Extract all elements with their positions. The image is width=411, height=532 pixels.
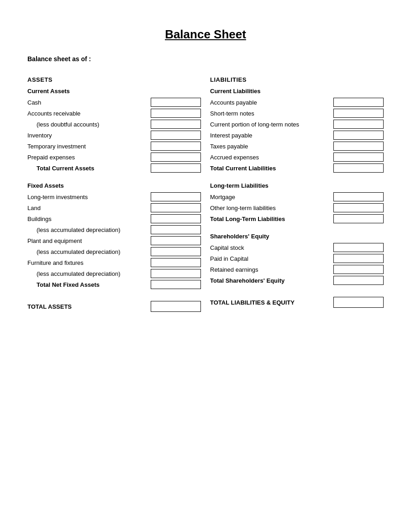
line-prepaid-expenses: Prepaid expenses: [27, 152, 201, 162]
less-doubtful-input[interactable]: [151, 120, 201, 129]
current-portion-longterm-input[interactable]: [333, 120, 384, 129]
line-current-portion-longterm: Current portion of long-term notes: [210, 119, 384, 129]
less-accum-dep-furniture-input[interactable]: [151, 269, 201, 278]
total-assets-row: TOTAL ASSETS: [27, 300, 201, 312]
total-net-fixed-assets-input[interactable]: [151, 280, 201, 289]
line-less-doubtful: (less doubtful accounts): [27, 119, 201, 129]
total-liabilities-equity-row: TOTAL LIABILITIES & EQUITY: [210, 296, 384, 308]
less-accum-dep-plant-label: (less accumulated depreciation): [27, 248, 151, 255]
short-term-notes-input[interactable]: [333, 109, 384, 118]
less-accum-dep-buildings-input[interactable]: [151, 225, 201, 234]
mortgage-input[interactable]: [333, 192, 384, 201]
total-current-assets-label: Total Current Assets: [27, 165, 151, 172]
capital-stock-input[interactable]: [333, 243, 384, 252]
assets-section-header: ASSETS: [27, 76, 201, 83]
line-paid-in-capital: Paid in Capital: [210, 253, 384, 263]
plant-equipment-label: Plant and equipment: [27, 237, 151, 244]
total-net-fixed-assets-label: Total Net Fixed Assets: [27, 281, 151, 288]
retained-earnings-label: Retained earnings: [210, 266, 333, 273]
total-liabilities-equity-label: TOTAL LIABILITIES & EQUITY: [210, 299, 333, 306]
taxes-payable-label: Taxes payable: [210, 143, 333, 150]
other-longterm-label: Other long-term liabilities: [210, 205, 333, 211]
buildings-label: Buildings: [27, 216, 151, 222]
interest-payable-label: Interest payable: [210, 132, 333, 139]
total-longterm-liabilities-label: Total Long-Term Liabilities: [210, 216, 333, 222]
total-assets-label: TOTAL ASSETS: [27, 303, 151, 310]
land-label: Land: [27, 205, 151, 211]
total-longterm-liabilities-input[interactable]: [333, 214, 384, 223]
total-equity-label: Total Shareholders' Equity: [210, 277, 333, 284]
line-retained-earnings: Retained earnings: [210, 264, 384, 274]
interest-payable-input[interactable]: [333, 131, 384, 140]
equity-header: Shareholders' Equity: [210, 233, 384, 240]
total-current-assets-input[interactable]: [151, 163, 201, 173]
total-assets-input[interactable]: [151, 301, 201, 312]
other-longterm-input[interactable]: [333, 203, 384, 212]
cash-label: Cash: [27, 99, 151, 106]
temp-investment-input[interactable]: [151, 142, 201, 151]
total-current-assets-row: Total Current Assets: [27, 163, 201, 173]
assets-column: ASSETS Current Assets Cash Accounts rece…: [27, 76, 206, 312]
line-interest-payable: Interest payable: [210, 130, 384, 140]
buildings-input[interactable]: [151, 214, 201, 223]
accrued-expenses-input[interactable]: [333, 153, 384, 162]
line-land: Land: [27, 203, 201, 213]
cash-input[interactable]: [151, 98, 201, 107]
line-less-accum-dep-furniture: (less accumulated depreciation): [27, 269, 201, 279]
land-input[interactable]: [151, 203, 201, 212]
liabilities-column: LIABILITIES Current Liabilities Accounts…: [206, 76, 384, 312]
line-plant-equipment: Plant and equipment: [27, 236, 201, 246]
line-other-longterm: Other long-term liabilities: [210, 203, 384, 213]
line-furniture-fixtures: Furniture and fixtures: [27, 258, 201, 268]
line-cash: Cash: [27, 97, 201, 107]
paid-in-capital-input[interactable]: [333, 254, 384, 263]
inventory-input[interactable]: [151, 131, 201, 140]
retained-earnings-input[interactable]: [333, 265, 384, 274]
accrued-expenses-label: Accrued expenses: [210, 154, 333, 161]
line-temp-investment: Temporary investment: [27, 141, 201, 151]
less-doubtful-label: (less doubtful accounts): [27, 121, 151, 128]
line-mortgage: Mortgage: [210, 192, 384, 202]
line-less-accum-dep-plant: (less accumulated depreciation): [27, 247, 201, 257]
accounts-receivable-label: Accounts receivable: [27, 110, 151, 117]
total-equity-row: Total Shareholders' Equity: [210, 275, 384, 285]
total-equity-input[interactable]: [333, 276, 384, 285]
long-term-investments-input[interactable]: [151, 192, 201, 201]
furniture-fixtures-label: Furniture and fixtures: [27, 259, 151, 266]
accounts-payable-input[interactable]: [333, 98, 384, 107]
total-current-liabilities-label: Total Current Liabilities: [210, 165, 333, 172]
short-term-notes-label: Short-term notes: [210, 110, 333, 117]
capital-stock-label: Capital stock: [210, 244, 333, 251]
prepaid-expenses-input[interactable]: [151, 153, 201, 162]
prepaid-expenses-label: Prepaid expenses: [27, 154, 151, 161]
line-capital-stock: Capital stock: [210, 242, 384, 253]
longterm-liabilities-header: Long-term Liabilities: [210, 182, 384, 189]
accounts-receivable-input[interactable]: [151, 109, 201, 118]
inventory-label: Inventory: [27, 132, 151, 139]
plant-equipment-input[interactable]: [151, 236, 201, 245]
current-portion-longterm-label: Current portion of long-term notes: [210, 121, 333, 128]
fixed-assets-header: Fixed Assets: [27, 182, 201, 189]
total-net-fixed-assets-row: Total Net Fixed Assets: [27, 279, 201, 290]
line-buildings: Buildings: [27, 214, 201, 224]
less-accum-dep-plant-input[interactable]: [151, 247, 201, 256]
line-taxes-payable: Taxes payable: [210, 141, 384, 151]
current-assets-header: Current Assets: [27, 88, 201, 95]
paid-in-capital-label: Paid in Capital: [210, 255, 333, 262]
temp-investment-label: Temporary investment: [27, 143, 151, 150]
line-long-term-investments: Long-term investments: [27, 192, 201, 202]
line-inventory: Inventory: [27, 130, 201, 140]
total-liabilities-equity-input[interactable]: [333, 297, 384, 308]
less-accum-dep-buildings-label: (less accumulated depreciation): [27, 226, 151, 233]
furniture-fixtures-input[interactable]: [151, 258, 201, 267]
line-short-term-notes: Short-term notes: [210, 108, 384, 118]
line-accrued-expenses: Accrued expenses: [210, 152, 384, 162]
line-accounts-receivable: Accounts receivable: [27, 108, 201, 118]
page-title: Balance Sheet: [27, 27, 384, 42]
line-less-accum-dep-buildings: (less accumulated depreciation): [27, 225, 201, 235]
mortgage-label: Mortgage: [210, 194, 333, 200]
total-current-liabilities-row: Total Current Liabilities: [210, 163, 384, 173]
total-longterm-liabilities-row: Total Long-Term Liabilities: [210, 214, 384, 224]
taxes-payable-input[interactable]: [333, 142, 384, 151]
total-current-liabilities-input[interactable]: [333, 163, 384, 173]
